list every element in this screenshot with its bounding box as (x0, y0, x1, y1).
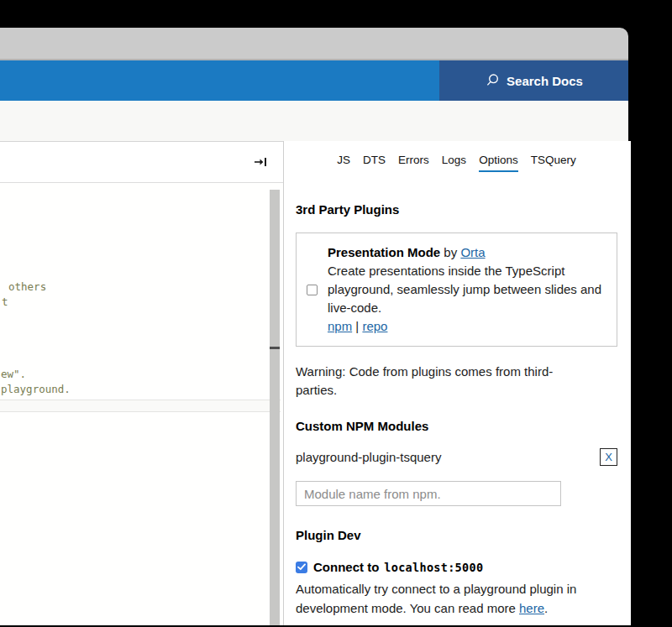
plugin-dev-heading: Plugin Dev (296, 528, 617, 543)
connect-label: Connect tolocalhost:5000 (313, 560, 483, 574)
connect-checkbox[interactable] (296, 562, 307, 573)
plugin-by-label: by (444, 245, 457, 259)
code-line: others (8, 280, 46, 293)
plugin-title: Presentation Mode (328, 245, 440, 259)
plugin-repo-link[interactable]: repo (362, 319, 387, 333)
code-line: t (2, 295, 8, 308)
tab-options[interactable]: Options (479, 154, 518, 172)
plugin-dev-description: Automatically try connect to a playgroun… (296, 579, 608, 618)
plugin-links: npm | repo (328, 317, 606, 336)
code-editor[interactable]: others t ew". playground. (0, 183, 283, 625)
third-party-plugins-heading: 3rd Party Plugins (296, 202, 617, 217)
custom-module-name: playground-plugin-tsquery (296, 450, 441, 464)
plugin-info: Presentation Mode by Orta Create present… (328, 243, 606, 336)
main-area: others t ew". playground. JS DTS Errors … (0, 141, 628, 625)
connect-host: localhost:5000 (384, 561, 483, 574)
toolbar-band (0, 101, 628, 141)
sidebar-tabs: JS DTS Errors Logs Options TSQuery (296, 154, 617, 172)
plugin-author-link[interactable]: Orta (460, 245, 485, 259)
tab-js[interactable]: JS (337, 154, 350, 172)
remove-module-button[interactable]: X (600, 448, 617, 466)
scrollbar-marker (270, 347, 280, 349)
tab-dts[interactable]: DTS (363, 154, 386, 172)
plugin-dev-description-suffix: . (544, 601, 548, 615)
module-name-input[interactable] (296, 481, 561, 506)
plugins-warning-text: Warning: Code from plugins comes from th… (296, 363, 590, 400)
search-docs-button[interactable]: Search Docs (439, 60, 628, 101)
editor-scrollbar[interactable] (270, 190, 280, 625)
site-header: Search Docs (0, 60, 628, 101)
plugin-card: Presentation Mode by Orta Create present… (296, 233, 617, 347)
desktop-background: { "header": { "search_label": "Search Do… (0, 0, 672, 627)
plugin-description: Create presentations inside the TypeScri… (328, 262, 606, 317)
tab-logs[interactable]: Logs (442, 154, 466, 172)
plugin-enable-checkbox[interactable] (307, 285, 318, 295)
editor-toolbar (0, 141, 283, 183)
connect-localhost-row: Connect tolocalhost:5000 (296, 560, 617, 574)
plugin-link-separator: | (355, 319, 359, 333)
plugin-title-row: Presentation Mode by Orta (328, 243, 606, 262)
code-line: playground. (1, 383, 71, 395)
custom-npm-modules-heading: Custom NPM Modules (296, 419, 617, 434)
editor-pane: others t ew". playground. (0, 141, 284, 625)
editor-separator (0, 400, 281, 412)
tab-errors[interactable]: Errors (398, 154, 429, 172)
read-more-link[interactable]: here (519, 601, 544, 615)
plugins-sidebar: JS DTS Errors Logs Options TSQuery 3rd P… (284, 141, 631, 625)
tab-tsquery[interactable]: TSQuery (531, 154, 576, 172)
connect-label-text: Connect to (313, 560, 379, 574)
search-icon (485, 73, 500, 88)
plugin-npm-link[interactable]: npm (328, 319, 352, 333)
playground-window: Search Docs others t ew". playground. (0, 28, 628, 627)
checkmark-icon (297, 563, 306, 571)
custom-module-row: playground-plugin-tsquery X (296, 448, 617, 466)
window-titlebar[interactable] (0, 28, 628, 60)
search-docs-label: Search Docs (507, 74, 583, 88)
collapse-sidebar-icon[interactable] (254, 157, 267, 167)
code-line: ew". (1, 368, 26, 380)
